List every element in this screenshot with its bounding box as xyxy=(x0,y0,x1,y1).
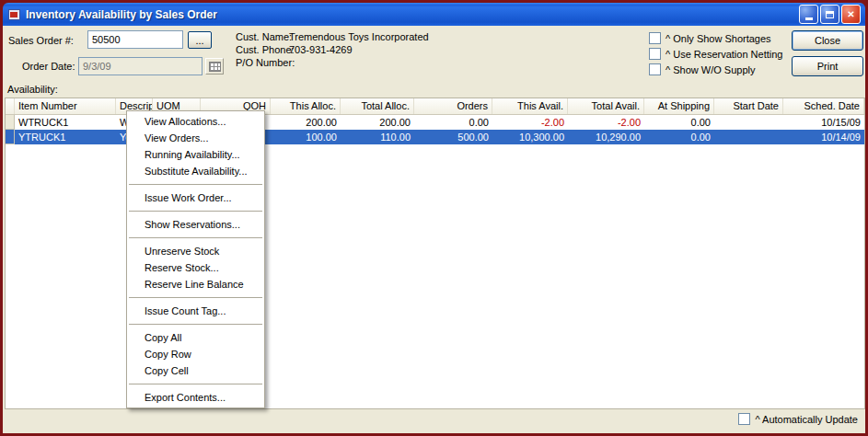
menu-separator xyxy=(129,384,262,384)
menu-separator xyxy=(129,237,262,238)
print-button[interactable]: Print xyxy=(792,56,863,76)
cell-this-avail[interactable]: 10,300.00 xyxy=(492,130,568,144)
close-icon: ✕ xyxy=(847,9,854,19)
row-selector[interactable] xyxy=(6,115,15,130)
cust-phone-label: Cust. Phone: xyxy=(236,44,295,55)
sales-order-browse-button[interactable]: ... xyxy=(188,31,212,49)
use-reservation-netting-checkbox[interactable] xyxy=(649,48,661,60)
menu-separator xyxy=(129,297,262,298)
inventory-availability-window: Inventory Availability by Sales Order ✕ … xyxy=(0,0,868,436)
menu-item-reserve-line-balance[interactable]: Reserve Line Balance xyxy=(127,276,264,293)
menu-item-issue-count-tag[interactable]: Issue Count Tag... xyxy=(127,303,264,319)
cust-name-value: Tremendous Toys Incorporated xyxy=(289,31,429,42)
cust-phone-value: 703-931-4269 xyxy=(289,44,353,55)
row-selector[interactable] xyxy=(6,130,15,144)
menu-item-issue-work-order[interactable]: Issue Work Order... xyxy=(127,189,264,206)
column-header-item-number[interactable]: Item Number xyxy=(15,98,116,114)
column-header-orders[interactable]: Orders xyxy=(414,98,492,114)
column-header-this-avail[interactable]: This Avail. xyxy=(492,98,568,114)
menu-separator xyxy=(129,184,262,185)
maximize-button[interactable] xyxy=(820,5,839,24)
order-date-label: Order Date: xyxy=(22,61,75,72)
menu-item-show-reservations[interactable]: Show Reservations... xyxy=(127,216,264,233)
availability-label: Availability: xyxy=(7,84,58,95)
only-show-shortages-label: ^ Only Show Shortages xyxy=(665,33,771,44)
maximize-icon xyxy=(826,11,834,18)
cell-this-avail[interactable]: -2.00 xyxy=(492,115,568,130)
cell-orders[interactable]: 0.00 xyxy=(414,115,492,130)
cell-start-date[interactable] xyxy=(714,130,783,144)
dialog-content: Sales Order #: ... Order Date: Cust. Nam… xyxy=(3,26,865,433)
menu-item-copy-all[interactable]: Copy All xyxy=(127,329,264,346)
cell-sched-date[interactable]: 10/15/09 xyxy=(783,115,864,130)
cell-total-alloc[interactable]: 200.00 xyxy=(341,115,414,130)
cell-start-date[interactable] xyxy=(714,115,783,130)
auto-update-label: ^ Automatically Update xyxy=(755,414,858,425)
row-selector-header xyxy=(6,98,15,114)
use-reservation-netting-option: ^ Use Reservation Netting xyxy=(649,48,782,60)
window-controls: ✕ xyxy=(799,5,861,24)
menu-separator xyxy=(129,211,262,212)
use-reservation-netting-label: ^ Use Reservation Netting xyxy=(665,49,782,60)
menu-item-view-orders[interactable]: View Orders... xyxy=(127,130,264,146)
cust-name-label: Cust. Name: xyxy=(236,31,292,42)
cell-total-avail[interactable]: -2.00 xyxy=(568,115,644,130)
order-date-input[interactable] xyxy=(78,57,203,75)
only-show-shortages-checkbox[interactable] xyxy=(649,32,661,44)
window-title: Inventory Availability by Sales Order xyxy=(26,8,799,21)
column-header-total-avail[interactable]: Total Avail. xyxy=(568,98,644,114)
sales-order-label: Sales Order #: xyxy=(8,35,74,46)
app-icon[interactable] xyxy=(7,7,22,22)
cell-total-avail[interactable]: 10,290.00 xyxy=(568,130,644,144)
auto-update-checkbox[interactable] xyxy=(738,413,750,425)
cell-at-shipping[interactable]: 0.00 xyxy=(644,115,714,130)
column-header-total-alloc[interactable]: Total Alloc. xyxy=(341,98,414,114)
auto-update-option: ^ Automatically Update xyxy=(738,413,858,425)
minimize-icon xyxy=(805,17,813,20)
close-button[interactable]: Close xyxy=(792,30,863,51)
show-wo-supply-option: ^ Show W/O Supply xyxy=(649,63,755,75)
show-wo-supply-checkbox[interactable] xyxy=(649,63,661,75)
cell-this-alloc[interactable]: 200.00 xyxy=(271,115,341,130)
menu-item-running-availability[interactable]: Running Availability... xyxy=(127,146,264,163)
cell-sched-date[interactable]: 10/14/09 xyxy=(783,130,864,144)
cell-at-shipping[interactable]: 0.00 xyxy=(644,130,714,144)
titlebar: Inventory Availability by Sales Order ✕ xyxy=(3,3,865,26)
menu-item-substitute-availability[interactable]: Substitute Availability... xyxy=(127,163,264,179)
menu-item-copy-row[interactable]: Copy Row xyxy=(127,346,264,362)
cell-item-number[interactable]: YTRUCK1 xyxy=(15,130,116,144)
menu-item-export-contents[interactable]: Export Contents... xyxy=(127,389,264,406)
only-show-shortages-option: ^ Only Show Shortages xyxy=(649,32,771,44)
po-number-label: P/O Number: xyxy=(236,57,295,68)
column-header-this-alloc[interactable]: This Alloc. xyxy=(271,98,341,114)
cell-this-alloc[interactable]: 100.00 xyxy=(271,130,341,144)
cell-total-alloc[interactable]: 110.00 xyxy=(341,130,414,144)
calendar-icon xyxy=(209,62,221,72)
menu-separator xyxy=(129,324,262,325)
minimize-button[interactable] xyxy=(799,5,818,24)
show-wo-supply-label: ^ Show W/O Supply xyxy=(665,64,755,75)
menu-item-view-allocations[interactable]: View Allocations... xyxy=(127,113,264,130)
cell-item-number[interactable]: WTRUCK1 xyxy=(15,115,116,130)
menu-item-reserve-stock[interactable]: Reserve Stock... xyxy=(127,259,264,276)
sales-order-input[interactable] xyxy=(87,30,183,49)
column-header-start-date[interactable]: Start Date xyxy=(714,98,783,114)
column-header-at-shipping[interactable]: At Shipping xyxy=(644,98,714,114)
close-window-button[interactable]: ✕ xyxy=(841,5,861,24)
menu-item-unreserve-stock[interactable]: Unreserve Stock xyxy=(127,243,264,259)
cell-orders[interactable]: 500.00 xyxy=(414,130,492,144)
column-header-sched-date[interactable]: Sched. Date xyxy=(783,98,864,114)
menu-item-copy-cell[interactable]: Copy Cell xyxy=(127,362,264,379)
calendar-button[interactable] xyxy=(205,58,224,75)
grid-context-menu: View Allocations... View Orders... Runni… xyxy=(126,110,265,408)
